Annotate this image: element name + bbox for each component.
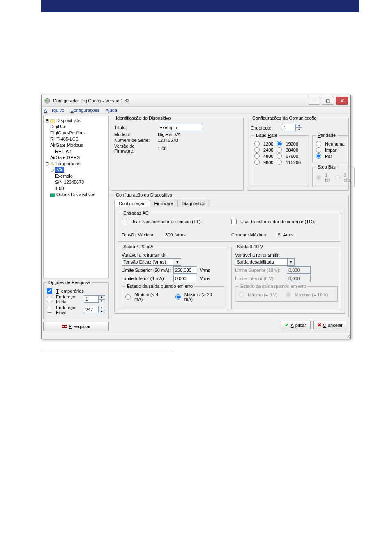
- tree-item[interactable]: RHT-485-LCD: [45, 136, 107, 142]
- resize-grip-icon[interactable]: [346, 334, 350, 338]
- tc-label: Usar transformador de corrente (TC).: [240, 219, 315, 224]
- tt-label: Usar transformador de tensão (TT).: [131, 219, 202, 224]
- chevron-down-icon[interactable]: ▾: [288, 258, 295, 266]
- sn-label: Número de Série:: [114, 138, 155, 143]
- tree-example[interactable]: Exemplo: [45, 173, 107, 179]
- tree-root[interactable]: Dispositivos: [56, 118, 81, 123]
- liminf420-label: Limite Inferior (4 mA):: [122, 276, 171, 281]
- err010-min: [239, 292, 244, 297]
- search-button[interactable]: Pesquisar: [43, 322, 109, 331]
- app-icon: [44, 97, 51, 104]
- fw-label: Versão do Firmware:: [114, 143, 155, 153]
- tab-config[interactable]: Configuração: [114, 200, 150, 207]
- limsup420-input[interactable]: [173, 266, 197, 274]
- svg-point-5: [65, 325, 67, 328]
- tree-selected[interactable]: VA: [55, 167, 64, 173]
- baud-9600[interactable]: [254, 160, 260, 165]
- parity-legend: Paridade: [316, 133, 337, 138]
- fin-value[interactable]: [84, 306, 99, 313]
- chk-tt[interactable]: [122, 219, 127, 224]
- tree-ver: 1.00: [45, 185, 107, 192]
- addr-input[interactable]: [282, 124, 296, 131]
- cmax-label: Corrente Máxima:: [231, 232, 267, 237]
- maximize-button[interactable]: ▢: [322, 97, 334, 105]
- o010-select[interactable]: [235, 258, 288, 266]
- menu-file[interactable]: AArquivorquivo: [44, 108, 64, 113]
- o420-legend: Saída 4-20 mA: [122, 244, 155, 249]
- spin-up-icon[interactable]: ▴: [99, 295, 105, 299]
- apply-button[interactable]: ✔ Aplicar: [281, 321, 311, 329]
- menu-config[interactable]: Configurações: [70, 108, 99, 113]
- search-legend: Opções de Pesquisa: [47, 280, 92, 285]
- parity-odd[interactable]: [316, 147, 321, 153]
- retr-label-2: Variável a retransmitir:: [235, 252, 338, 257]
- model-label: Modelo:: [114, 132, 155, 137]
- err420-max[interactable]: [175, 294, 181, 300]
- stop-1: [316, 175, 321, 180]
- baud-57600[interactable]: [277, 153, 282, 159]
- err420-min[interactable]: [125, 294, 131, 300]
- tab-firmware[interactable]: Firmware: [150, 200, 178, 207]
- spin-down-icon[interactable]: ▾: [99, 299, 105, 303]
- liminf010-input: [287, 275, 311, 282]
- tree-item[interactable]: AirGate-GPRS: [45, 155, 107, 161]
- vmax-label: Tensão Máxima:: [122, 232, 154, 237]
- x-icon: ✘: [318, 322, 321, 328]
- parity-even[interactable]: [316, 153, 321, 159]
- err010-legend: Estado da saída quando em erro: [239, 284, 308, 289]
- tree-item[interactable]: AirGate-Modbus: [45, 142, 107, 148]
- svg-rect-2: [50, 120, 55, 123]
- menu-help[interactable]: Ajuda: [106, 108, 117, 113]
- comm-legend: Configurações da Comunicação: [251, 116, 318, 120]
- tree-item[interactable]: DigiGate-Profibus: [45, 130, 107, 136]
- spin-up-icon[interactable]: ▴: [99, 306, 105, 310]
- liminf420-input[interactable]: [173, 275, 197, 282]
- baud-38400[interactable]: [277, 147, 282, 153]
- chevron-down-icon[interactable]: ▾: [174, 258, 181, 266]
- retr-label-1: Variável a retransmitir:: [122, 252, 224, 257]
- tree-temp[interactable]: Temporários: [55, 161, 81, 166]
- device-tree[interactable]: ⊟ Dispositivos DigiRail DigiGate-Profibu…: [43, 116, 109, 278]
- spin-down-icon[interactable]: ▾: [296, 128, 302, 132]
- minimize-button[interactable]: ─: [308, 97, 320, 105]
- cancel-button[interactable]: ✘ Cancelar: [313, 321, 347, 329]
- spin-down-icon[interactable]: ▾: [99, 310, 105, 314]
- tree-item[interactable]: RHT-Air: [45, 148, 107, 155]
- chk-fin[interactable]: [47, 308, 52, 313]
- err010-max: [286, 292, 291, 297]
- title-input[interactable]: [158, 124, 202, 131]
- chk-ini[interactable]: [47, 297, 52, 302]
- baud-115200[interactable]: [277, 160, 282, 165]
- fin-label: Endereço Final: [56, 305, 81, 315]
- vmax-value: 300: [165, 232, 173, 237]
- stop-2: [335, 175, 340, 180]
- chk-temp[interactable]: [47, 288, 52, 294]
- parity-none[interactable]: [316, 141, 321, 146]
- liminf010-label: Limite Inferior (0 V):: [235, 276, 284, 281]
- tree-other[interactable]: Outros Dispositivos: [56, 192, 95, 197]
- baud-1200[interactable]: [254, 141, 260, 146]
- o420-select[interactable]: [122, 258, 174, 266]
- stop-legend: Stop Bits: [316, 164, 337, 169]
- chk-tc[interactable]: [231, 219, 237, 224]
- cmax-value: 5: [278, 232, 280, 237]
- svg-rect-3: [50, 194, 55, 197]
- baud-2400[interactable]: [254, 147, 260, 153]
- tab-diag[interactable]: Diagnóstico: [177, 200, 210, 207]
- o010-legend: Saída 0-10 V: [235, 244, 265, 249]
- spin-up-icon[interactable]: ▴: [296, 124, 302, 128]
- ini-value[interactable]: [84, 295, 99, 303]
- baud-4800[interactable]: [254, 153, 260, 159]
- ac-legend: Entradas AC: [122, 210, 150, 215]
- title-label: Título:: [114, 125, 155, 130]
- ini-label: Endereço Inicial: [56, 294, 81, 304]
- tree-sn: S/N 12345678: [45, 179, 107, 185]
- ident-legend: Identificação do Dispositivo: [114, 116, 172, 120]
- svg-rect-1: [45, 100, 47, 101]
- tree-item[interactable]: DigiRail: [45, 124, 107, 130]
- close-button[interactable]: ✕: [336, 97, 348, 105]
- err420-legend: Estado da saída quando em erro: [125, 284, 194, 289]
- baud-legend: Baud Rate: [254, 133, 279, 138]
- sn-value: 12345678: [158, 138, 178, 143]
- baud-19200[interactable]: [277, 141, 282, 146]
